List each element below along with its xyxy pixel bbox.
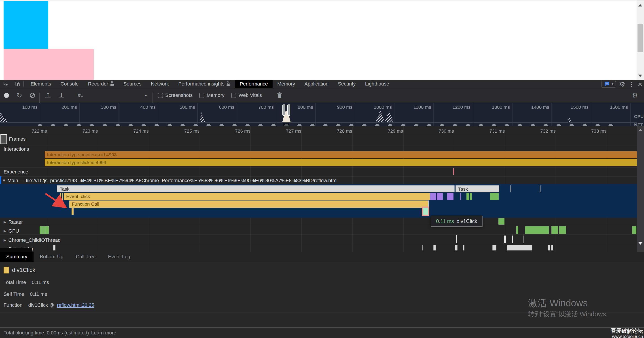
flame-bar[interactable]: [525, 226, 549, 234]
history-select[interactable]: #1: [78, 89, 83, 102]
flame-bar[interactable]: [504, 236, 506, 243]
function-row: Function div1Click @ reflow.html:26:25: [4, 302, 94, 308]
tab-performance[interactable]: Performance: [235, 80, 272, 88]
flame-bar[interactable]: [632, 226, 636, 234]
flame-bar[interactable]: [552, 226, 558, 234]
track-label-interactions[interactable]: Interactions: [4, 146, 29, 152]
tab-elements[interactable]: Elements: [26, 80, 56, 88]
history-dropdown-icon[interactable]: ▾: [145, 89, 147, 102]
collapse-triangle-icon[interactable]: ▼: [3, 178, 5, 183]
track-label-raster[interactable]: ▶Raster: [4, 219, 23, 225]
scroll-down-arrow-icon[interactable]: [638, 75, 642, 77]
close-devtools-icon[interactable]: ×: [638, 80, 642, 89]
issues-counter[interactable]: 1: [602, 81, 616, 88]
highlighted-event[interactable]: [422, 206, 429, 216]
flame-bar[interactable]: [512, 236, 513, 243]
tab-console[interactable]: Console: [56, 80, 84, 88]
flame-bar[interactable]: [433, 245, 436, 250]
flame-bar[interactable]: [540, 185, 540, 192]
load-profile-button[interactable]: ↑: [46, 89, 51, 102]
flame-bar[interactable]: [466, 193, 469, 200]
source-link[interactable]: reflow.html:26:25: [57, 302, 94, 308]
drawer-tab-call-tree[interactable]: Call Tree: [70, 252, 102, 262]
flame-bar[interactable]: [523, 236, 524, 243]
flame-bar-task[interactable]: Task: [456, 185, 499, 192]
flame-bar[interactable]: [437, 193, 443, 200]
settings-gear-icon[interactable]: ⚙: [619, 80, 625, 88]
flame-hscroll-thumb[interactable]: [0, 248, 32, 252]
page-scrollbar[interactable]: [636, 0, 644, 80]
drawer-tab-bottom-up[interactable]: Bottom-Up: [34, 252, 70, 262]
scroll-up-arrow-icon[interactable]: [638, 4, 642, 6]
track-label-frames[interactable]: Frames: [9, 136, 26, 142]
reload-record-button[interactable]: ↻: [16, 89, 22, 102]
overview-selection-right-handle[interactable]: [287, 105, 290, 116]
learn-more-link[interactable]: Learn more: [91, 330, 116, 336]
track-label-childio[interactable]: ▶Chrome_ChildIOThread: [4, 237, 60, 243]
flame-bar[interactable]: [53, 245, 56, 250]
clear-button[interactable]: [30, 89, 35, 102]
flame-bar[interactable]: [559, 226, 566, 234]
track-label-gpu[interactable]: ▶GPU: [4, 228, 19, 234]
page-scrollbar-thumb[interactable]: [638, 24, 643, 52]
flame-bar[interactable]: [42, 226, 45, 234]
flame-bar[interactable]: [516, 226, 518, 234]
drawer-tab-summary[interactable]: Summary: [0, 252, 34, 262]
flame-bar[interactable]: [492, 245, 496, 250]
memory-checkbox[interactable]: [199, 93, 204, 98]
flame-bar[interactable]: [45, 226, 49, 234]
record-button[interactable]: [4, 89, 9, 102]
flame-bar[interactable]: [422, 245, 423, 250]
interaction-pointerup-bar[interactable]: Interaction type:pointerup id:4993: [45, 151, 637, 158]
ruler-tick-label: 732 ms: [520, 128, 556, 134]
flame-bar[interactable]: [507, 245, 532, 250]
save-profile-button[interactable]: ↓: [59, 89, 64, 102]
flame-bar[interactable]: [551, 245, 553, 250]
flame-bar[interactable]: [455, 245, 458, 250]
web-vitals-checkbox[interactable]: [231, 93, 236, 98]
drawer-tab-event-log[interactable]: Event Log: [102, 252, 136, 262]
flame-bar[interactable]: [430, 193, 436, 200]
flame-vscrollbar[interactable]: [637, 126, 644, 252]
tab-lighthouse[interactable]: Lighthouse: [360, 80, 394, 88]
tab-memory[interactable]: Memory: [272, 80, 300, 88]
flame-bar[interactable]: [72, 208, 74, 215]
tab-sources[interactable]: Sources: [119, 80, 146, 88]
more-menu-icon[interactable]: ⋮: [628, 81, 634, 88]
tab-network[interactable]: Network: [146, 80, 174, 88]
flame-bar-task[interactable]: Task: [57, 185, 454, 192]
device-toolbar-icon[interactable]: [12, 80, 23, 88]
flame-bar[interactable]: [498, 218, 504, 225]
tab-security[interactable]: Security: [333, 80, 360, 88]
flame-bar[interactable]: [463, 245, 464, 250]
tab-recorder[interactable]: Recorder: [83, 80, 118, 88]
windows-watermark-title: 激活 Windows: [528, 297, 588, 310]
capture-settings-gear-icon[interactable]: ⚙: [632, 89, 638, 102]
experiment-flask-icon: [110, 81, 114, 87]
flame-bar[interactable]: [510, 185, 511, 192]
interaction-click-bar[interactable]: Interaction type:click id:4993: [45, 159, 637, 166]
flame-bar[interactable]: [447, 193, 454, 200]
tab-application[interactable]: Application: [300, 80, 333, 88]
flame-chart[interactable]: 722 ms723 ms724 ms725 ms726 ms727 ms728 …: [0, 126, 644, 252]
inspect-icon[interactable]: [0, 80, 12, 88]
layout-shift-marker[interactable]: [453, 168, 454, 175]
flame-bar[interactable]: [456, 235, 457, 243]
flame-bar[interactable]: [460, 193, 461, 200]
vscroll-down-icon[interactable]: [638, 242, 642, 245]
flame-bar-event-click[interactable]: Event: click: [64, 193, 430, 200]
track-label-main[interactable]: ▼ Main — file:///D:/js_practice/198-%E4%…: [3, 178, 338, 183]
flame-bar[interactable]: [470, 193, 472, 200]
track-label-experience[interactable]: Experience: [4, 169, 28, 175]
tab-performance-insights[interactable]: Performance insights: [174, 80, 235, 88]
flame-bar[interactable]: [490, 193, 499, 200]
screenshots-checkbox[interactable]: [158, 93, 163, 98]
frames-preview-box[interactable]: [0, 134, 7, 144]
trash-icon[interactable]: [277, 89, 282, 102]
flame-bar-function-call[interactable]: Function Call: [69, 200, 428, 208]
overview-selection-left-handle[interactable]: [282, 105, 285, 116]
vscroll-up-icon[interactable]: [638, 129, 642, 131]
flame-bar[interactable]: [548, 245, 550, 250]
flame-bar[interactable]: [40, 226, 42, 234]
issues-count: 1: [611, 82, 613, 86]
